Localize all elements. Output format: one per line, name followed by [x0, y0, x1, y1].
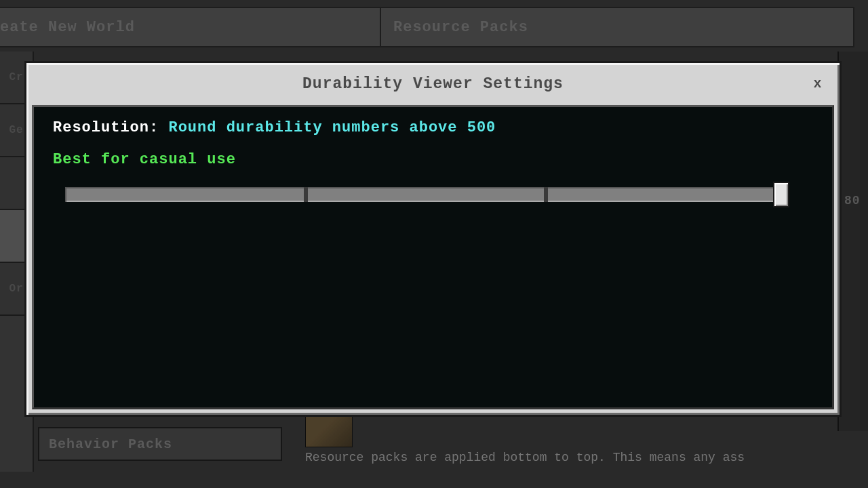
- slider-thumb[interactable]: [773, 182, 789, 207]
- close-button[interactable]: x: [806, 71, 830, 96]
- behavior-packs-button: Behavior Packs: [38, 427, 282, 461]
- tab-resource-packs: Resource Packs: [380, 7, 854, 47]
- right-panel: 80: [837, 52, 868, 431]
- dialog-title: Durability Viewer Settings: [302, 75, 564, 93]
- resolution-label: Resolution:: [53, 119, 168, 136]
- right-fragment-text: 80: [844, 194, 861, 207]
- resolution-description: Best for casual use: [53, 151, 813, 168]
- resolution-slider[interactable]: [65, 183, 797, 206]
- tab-left-label: eate New World: [0, 19, 135, 36]
- slider-tick: [544, 187, 548, 202]
- tab-right-label: Resource Packs: [393, 19, 528, 36]
- durability-viewer-settings-dialog: Durability Viewer Settings x Resolution:…: [24, 61, 842, 417]
- dialog-titlebar: Durability Viewer Settings x: [26, 63, 840, 105]
- slider-track: [65, 187, 784, 202]
- resolution-row: Resolution: Round durability numbers abo…: [53, 119, 813, 136]
- pack-thumbnail: [305, 413, 353, 447]
- slider-tick: [304, 187, 308, 202]
- dialog-body: Resolution: Round durability numbers abo…: [32, 105, 834, 409]
- tab-create-world: eate New World: [0, 7, 420, 47]
- close-icon: x: [813, 76, 822, 92]
- behavior-packs-label: Behavior Packs: [49, 436, 172, 452]
- resource-pack-description: Resource packs are applied bottom to top…: [305, 451, 861, 464]
- resolution-value: Round durability numbers above 500: [168, 119, 496, 136]
